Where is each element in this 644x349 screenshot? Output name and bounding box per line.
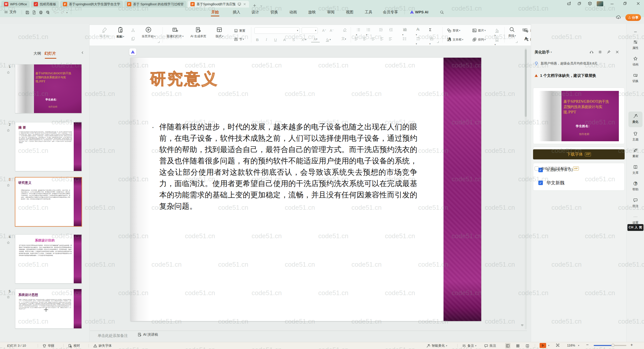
add-slide-button[interactable] — [43, 306, 49, 313]
pinyin-guide-button[interactable]: 文▾ — [341, 37, 346, 41]
layout-button[interactable]: 版式▾ — [216, 26, 223, 39]
tab-wps-office[interactable]: W WPS Office — [1, 1, 30, 8]
headset-support-icon[interactable] — [589, 50, 594, 54]
menu-insert[interactable]: 插入 — [233, 10, 240, 15]
decrease-indent-button[interactable] — [379, 27, 383, 32]
ai-generate-page-button[interactable]: AI 生成单页 — [190, 26, 206, 39]
menu-design[interactable]: 设计 — [252, 10, 259, 15]
format-painter-button[interactable]: 格式刷 — [100, 27, 109, 39]
notes-divider[interactable] — [90, 331, 527, 331]
slide-thumbnail-3-selected[interactable]: 研究意义 伴随着科技的进步，时代的发展，越来越多的电子设备也随之出现在人们的眼前… — [15, 177, 82, 227]
fit-slide-button[interactable] — [555, 343, 560, 347]
gear-icon[interactable] — [598, 50, 602, 54]
rail-item-material[interactable]: 素材 — [627, 148, 644, 158]
search-icon[interactable] — [440, 10, 444, 14]
floating-ai-anchor-button[interactable] — [129, 48, 136, 55]
pin-icon[interactable] — [607, 50, 611, 54]
undo-button[interactable] — [53, 10, 57, 15]
print-preview-button[interactable] — [46, 10, 50, 15]
clear-format-button[interactable] — [342, 27, 347, 32]
zoom-chevron-icon[interactable]: ▾ — [578, 344, 579, 347]
auto-download-checkbox-unchecked[interactable] — [535, 166, 539, 170]
close-tab-icon[interactable] — [243, 3, 246, 6]
menu-tools[interactable]: 工具 — [365, 10, 372, 15]
canvas-scrollbar[interactable] — [525, 48, 527, 329]
ai-assistant-button[interactable] — [567, 1, 571, 6]
rail-item-theme[interactable]: 主题 — [627, 131, 644, 142]
favorite-star-icon[interactable] — [7, 71, 10, 74]
tab-outline[interactable]: 大纲 — [33, 51, 41, 56]
justify-button[interactable] — [380, 37, 384, 41]
font-preview-card[interactable]: 基于SPRINGBOOT的干洗店预约洗衣系统设计与实现.PPT 学生姓名: 指导… — [533, 88, 625, 144]
ai-script-button[interactable]: AI 演讲稿 — [137, 332, 158, 337]
section-button[interactable]: 节▾ — [234, 37, 244, 42]
restore-button[interactable] — [623, 1, 627, 6]
screen-share-icon[interactable] — [237, 2, 241, 6]
file-menu[interactable]: 文件 — [10, 10, 17, 14]
dialog-launcher-icon[interactable] — [516, 41, 517, 43]
shape-outline-button[interactable]: ▾ — [495, 37, 499, 46]
menu-review[interactable]: 审阅 — [327, 10, 335, 15]
view-sorter-button[interactable] — [516, 342, 520, 349]
favorite-star-icon[interactable] — [7, 241, 10, 245]
play-options-chevron-icon[interactable]: ▾ — [548, 344, 549, 347]
strikethrough-button[interactable]: A — [281, 37, 288, 43]
italic-button[interactable]: I — [263, 37, 269, 43]
tab-docer-templates[interactable]: 找稻壳模板 — [31, 1, 59, 8]
zoom-level-value[interactable]: 116% — [567, 343, 575, 347]
tab-list-chevron-icon[interactable] — [260, 4, 263, 8]
theme-button[interactable]: 华丽 — [42, 342, 54, 349]
bullet-list-button[interactable]: ▾ — [356, 27, 360, 37]
reset-button[interactable]: 重置 — [234, 28, 245, 33]
slide-thumbnail-4[interactable]: 系统设计目的 为了适应电子信息时代和科技化时代的到来，并且应对今后可能越来越广泛… — [15, 234, 82, 284]
slide-canvas[interactable]: 研究意义 · 伴随着科技的进步，时代的发展，越来越多的电子设备也随之出现在人们的… — [131, 58, 481, 321]
column-spacing-button[interactable]: ▾ — [416, 37, 420, 46]
play-slideshow-button[interactable] — [540, 343, 546, 348]
zoom-slider-track[interactable] — [594, 345, 626, 346]
font-checkbox-checked[interactable]: ✓ — [538, 181, 543, 185]
menu-wps-ai[interactable]: WPS AI — [410, 10, 428, 14]
new-tab-button[interactable] — [253, 4, 257, 8]
missing-font-status-button[interactable]: 缺失字体 — [93, 342, 112, 349]
line-spacing-button[interactable] — [402, 37, 407, 41]
increase-indent-button[interactable] — [389, 27, 393, 32]
distribute-button[interactable] — [388, 37, 393, 41]
close-panel-icon[interactable] — [615, 50, 619, 54]
rail-item-help[interactable]: 帮助 — [627, 181, 644, 192]
align-left-button[interactable] — [354, 37, 358, 41]
favorite-star-icon[interactable] — [7, 184, 10, 187]
align-right-button[interactable] — [371, 37, 376, 41]
download-fonts-button[interactable]: 下载字体 VIP — [533, 149, 625, 159]
text-align-vertical-button[interactable]: ▾ — [429, 37, 434, 46]
shapes-button[interactable]: 形状▾ — [447, 28, 460, 33]
dialog-launcher-icon[interactable] — [158, 41, 159, 43]
view-normal-button[interactable] — [505, 343, 510, 348]
menu-member[interactable]: 会员专享 — [383, 10, 398, 15]
menu-home[interactable]: 开始 — [211, 10, 219, 15]
notes-button[interactable]: 备注▾ — [462, 342, 476, 349]
picture-button[interactable]: 图片▾ — [472, 28, 486, 33]
menu-animation[interactable]: 动画 — [289, 10, 297, 15]
shape-fill-button[interactable]: ▾ — [495, 28, 499, 37]
favorite-star-icon[interactable] — [7, 129, 10, 132]
font-family-select[interactable]: ▾ — [254, 27, 300, 34]
share-button[interactable]: 分享 — [625, 14, 641, 21]
start-show-button[interactable]: 当页开始▾ — [142, 26, 155, 39]
zoom-in-button[interactable]: + — [630, 342, 633, 347]
app-center-icon[interactable] — [588, 1, 592, 6]
tab-document-2[interactable]: P 基于 SpringBoot 的在线学习过程管 — [124, 1, 187, 8]
hamburger-menu-icon[interactable] — [4, 10, 8, 14]
menu-transition[interactable]: 切换 — [270, 10, 278, 15]
minimize-button[interactable] — [610, 1, 614, 6]
decrease-font-button[interactable]: A⁻ — [329, 27, 335, 33]
arrange-button[interactable]: 排列▾ — [472, 37, 486, 42]
menu-view[interactable]: 视图 — [346, 10, 353, 15]
font-size-select[interactable]: ▾ — [302, 27, 318, 34]
view-reading-button[interactable] — [525, 342, 530, 349]
align-center-button[interactable] — [363, 37, 367, 41]
redo-button[interactable] — [60, 10, 65, 15]
rail-item-transition[interactable]: 切换 — [627, 73, 644, 83]
slide-thumbnail-1[interactable]: 基于SPRINGBOOT的干洗店预约洗衣系统设计与实现.PPT 学生姓名: 指导… — [15, 64, 82, 113]
font-color-button[interactable]: A▾ — [311, 37, 320, 43]
member-promo-banner[interactable]: 新用户特惠，超级会员月均价低至8.6元 — [534, 61, 597, 66]
